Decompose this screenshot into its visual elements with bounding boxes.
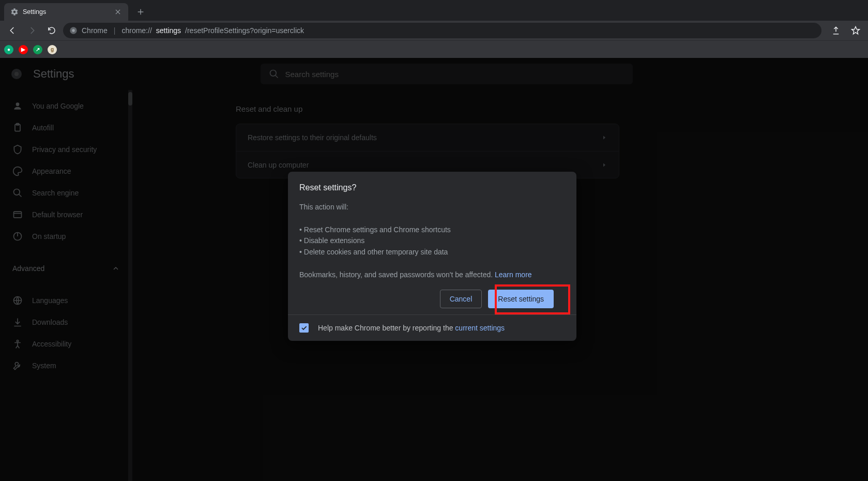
dialog-help-text: Help make Chrome better by reporting the… (318, 324, 505, 332)
close-icon[interactable] (114, 8, 122, 16)
bookmark-icon[interactable]: ↗ (33, 45, 42, 54)
tab-title: Settings (23, 8, 46, 16)
learn-more-link[interactable]: Learn more (495, 270, 532, 279)
gear-icon (10, 8, 19, 16)
forward-button[interactable] (24, 22, 40, 39)
dialog-bullet: • Disable extensions (299, 235, 565, 247)
url-scheme: chrome:// (121, 26, 151, 35)
current-settings-link[interactable]: current settings (455, 324, 505, 332)
tab-settings[interactable]: Settings (4, 3, 128, 21)
tab-strip: Settings (0, 0, 868, 21)
bookmarks-bar: ● ▶ ↗ g (0, 40, 868, 58)
svg-point-5 (72, 29, 74, 32)
bookmark-icon[interactable]: ▶ (19, 45, 28, 54)
browser-chrome: Settings Chrome | chrome://settings/rese… (0, 0, 868, 58)
dialog-bullet: • Reset Chrome settings and Chrome short… (299, 224, 565, 236)
bookmark-icon[interactable]: ● (4, 45, 13, 54)
dialog-bullet: • Delete cookies and other temporary sit… (299, 247, 565, 258)
report-checkbox[interactable] (299, 323, 309, 333)
page: Settings You and Google Autofill Privacy… (0, 58, 868, 481)
reset-settings-button[interactable]: Reset settings (488, 290, 554, 308)
url-divider: | (112, 26, 118, 35)
chrome-logo-icon (69, 26, 78, 35)
back-button[interactable] (4, 22, 21, 39)
toolbar: Chrome | chrome://settings/resetProfileS… (0, 21, 868, 40)
url-path-rest: /resetProfileSettings?origin=userclick (185, 26, 304, 35)
dialog-lead: This action will: (299, 202, 565, 213)
share-button[interactable] (828, 22, 844, 39)
url-path-strong: settings (156, 26, 181, 35)
dialog-footnote: Bookmarks, history, and saved passwords … (299, 269, 565, 281)
dialog-footer: Help make Chrome better by reporting the… (288, 314, 576, 341)
omnibox[interactable]: Chrome | chrome://settings/resetProfileS… (63, 23, 821, 38)
url-product: Chrome (82, 26, 108, 35)
cancel-button[interactable]: Cancel (440, 290, 482, 308)
reset-settings-dialog: Reset settings? This action will: • Rese… (288, 172, 576, 341)
dialog-title: Reset settings? (299, 183, 565, 192)
new-tab-button[interactable] (133, 5, 148, 19)
bookmark-star-button[interactable] (847, 22, 864, 39)
bookmark-icon[interactable]: g (48, 45, 57, 54)
reload-button[interactable] (43, 22, 60, 39)
